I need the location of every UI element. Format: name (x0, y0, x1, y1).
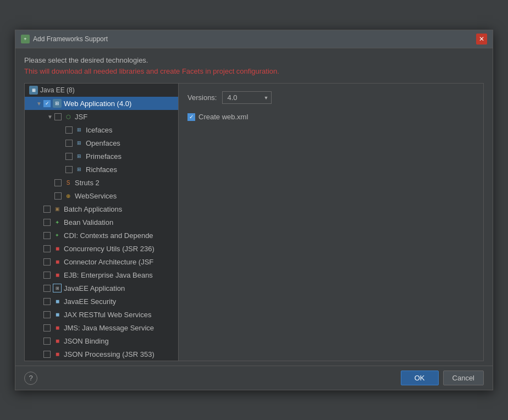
struts2-label: Struts 2 (75, 179, 100, 187)
javaeeapp-checkbox[interactable] (43, 285, 51, 292)
webapp-item[interactable]: ⊞ Web Application (4.0) (25, 97, 178, 110)
concurrency-checkbox[interactable] (43, 245, 51, 252)
openfaces-label: Openfaces (86, 139, 120, 147)
concurrency-icon: ◼ (53, 244, 62, 253)
primefaces-label: Primefaces (86, 152, 122, 161)
jax-checkbox[interactable] (43, 311, 51, 318)
connector-item[interactable]: ◼ Connector Architecture (JSF (25, 255, 178, 268)
batch-item[interactable]: ▣ Batch Applications (25, 202, 178, 215)
struts2-checkbox[interactable] (54, 179, 62, 186)
webservices-item[interactable]: ⊕ WebServices (25, 189, 178, 202)
create-xml-row: Create web.xml (187, 113, 474, 121)
openfaces-item[interactable]: ⊞ Openfaces (25, 136, 178, 150)
jsonprocessing-item[interactable]: ◼ JSON Processing (JSR 353) (25, 347, 178, 361)
beanval-icon: ✦ (53, 218, 62, 226)
richfaces-checkbox[interactable] (65, 166, 73, 173)
jsonprocessing-checkbox[interactable] (43, 351, 51, 358)
webservices-icon: ⊕ (64, 191, 73, 200)
ejb-label: EJB: Enterprise Java Beans (64, 271, 153, 279)
close-button[interactable]: ✕ (476, 34, 487, 45)
batch-label: Batch Applications (64, 205, 122, 213)
javaeeapp-icon: ⊞ (53, 284, 62, 292)
webservices-label: WebServices (75, 192, 117, 200)
jsonbinding-icon: ◼ (53, 336, 62, 345)
jms-checkbox[interactable] (43, 324, 51, 331)
concurrency-item[interactable]: ◼ Concurrency Utils (JSR 236) (25, 242, 178, 255)
jsonprocessing-icon: ◼ (53, 350, 62, 358)
primefaces-checkbox[interactable] (65, 153, 73, 160)
jsonprocessing-label: JSON Processing (JSR 353) (64, 350, 154, 358)
description: Please select the desired technologies. … (24, 55, 484, 76)
jsonbinding-item[interactable]: ◼ JSON Binding (25, 334, 178, 347)
description-line1: Please select the desired technologies. (24, 55, 484, 66)
versions-select-wrapper[interactable]: 4.0 3.1 3.0 2.5 (222, 91, 272, 104)
jsonbinding-checkbox[interactable] (43, 338, 51, 345)
webapp-label: Web Application (4.0) (64, 100, 131, 108)
webapp-checkbox[interactable] (43, 100, 51, 107)
ejb-item[interactable]: ◼ EJB: Enterprise Java Beans (25, 268, 178, 281)
cdi-label: CDI: Contexts and Depende (64, 231, 153, 240)
right-panel: Versions: 4.0 3.1 3.0 2.5 Create web.xml (179, 84, 483, 361)
primefaces-icon: ⊞ (75, 152, 84, 161)
ejb-checkbox[interactable] (43, 272, 51, 279)
javaeesec-checkbox[interactable] (43, 298, 51, 305)
openfaces-icon: ⊞ (75, 139, 84, 147)
richfaces-label: Richfaces (86, 165, 117, 174)
primefaces-item[interactable]: ⊞ Primefaces (25, 150, 178, 163)
webapp-icon: ⊞ (53, 99, 62, 108)
ok-button[interactable]: OK (401, 371, 439, 385)
javaeeapp-label: JavaEE Application (64, 284, 125, 292)
footer-buttons: OK Cancel (401, 371, 484, 385)
jsonbinding-label: JSON Binding (64, 337, 109, 345)
javaee-label: Java EE (8) (40, 86, 75, 94)
batch-icon: ▣ (53, 205, 62, 213)
javaeesec-item[interactable]: ◼ JavaEE Security (25, 295, 178, 308)
dialog-body: Please select the desired technologies. … (15, 48, 493, 366)
dialog-title: Add Frameworks Support (33, 35, 108, 43)
openfaces-checkbox[interactable] (65, 140, 73, 147)
struts2-item[interactable]: S Struts 2 (25, 176, 178, 189)
help-button[interactable]: ? (24, 372, 37, 385)
javaeesec-icon: ◼ (53, 297, 62, 306)
cdi-item[interactable]: ✦ CDI: Contexts and Depende (25, 229, 178, 242)
beanval-item[interactable]: ✦ Bean Validation (25, 215, 178, 229)
icefaces-checkbox[interactable] (65, 126, 73, 134)
richfaces-icon: ⊞ (75, 165, 84, 174)
create-xml-label: Create web.xml (198, 113, 248, 121)
batch-checkbox[interactable] (43, 206, 51, 213)
jms-item[interactable]: ◼ JMS: Java Message Service (25, 321, 178, 334)
jax-item[interactable]: ◼ JAX RESTful Web Services (25, 308, 178, 321)
jax-icon: ◼ (53, 310, 62, 319)
connector-checkbox[interactable] (43, 258, 51, 266)
versions-select[interactable]: 4.0 3.1 3.0 2.5 (222, 91, 272, 104)
jax-label: JAX RESTful Web Services (64, 311, 151, 319)
javaee-section: ⊞ Java EE (8) (25, 84, 178, 97)
dialog-footer: ? OK Cancel (15, 366, 493, 390)
framework-tree[interactable]: ⊞ Java EE (8) ⊞ Web Application (4.0) ⬡ … (25, 84, 179, 361)
cdi-icon: ✦ (53, 231, 62, 240)
javaeeapp-item[interactable]: ⊞ JavaEE Application (25, 281, 178, 295)
add-frameworks-dialog: + Add Frameworks Support ✕ Please select… (15, 30, 493, 390)
jsf-label: JSF (75, 113, 87, 121)
webapp-arrow (36, 100, 42, 107)
jsf-item[interactable]: ⬡ JSF (25, 110, 178, 123)
versions-row: Versions: 4.0 3.1 3.0 2.5 (187, 91, 474, 104)
beanval-checkbox[interactable] (43, 219, 51, 226)
icefaces-icon: ⊞ (75, 125, 84, 134)
jsf-checkbox[interactable] (54, 113, 62, 120)
beanval-label: Bean Validation (64, 218, 113, 226)
main-area: ⊞ Java EE (8) ⊞ Web Application (4.0) ⬡ … (24, 83, 484, 361)
jms-icon: ◼ (53, 323, 62, 332)
versions-label: Versions: (187, 93, 217, 102)
create-xml-checkbox[interactable] (187, 113, 195, 121)
icefaces-item[interactable]: ⊞ Icefaces (25, 123, 178, 136)
javaee-icon: ⊞ (29, 86, 38, 95)
richfaces-item[interactable]: ⊞ Richfaces (25, 163, 178, 176)
connector-icon: ◼ (53, 257, 62, 266)
cancel-button[interactable]: Cancel (443, 371, 484, 385)
webservices-checkbox[interactable] (54, 192, 62, 200)
connector-label: Connector Architecture (JSF (64, 258, 153, 266)
jsf-arrow (47, 113, 53, 120)
ejb-icon: ◼ (53, 270, 62, 279)
cdi-checkbox[interactable] (43, 232, 51, 239)
